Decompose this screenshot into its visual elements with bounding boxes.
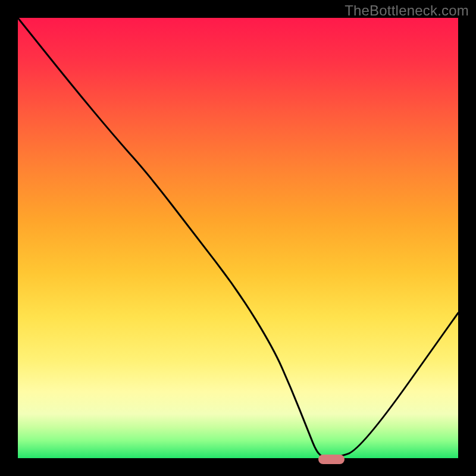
- chart-stage: TheBottleneck.com: [0, 0, 476, 476]
- optimal-point-marker: [318, 455, 345, 464]
- plot-area: [17, 17, 459, 459]
- bottleneck-curve: [18, 18, 458, 458]
- watermark-text: TheBottleneck.com: [345, 2, 469, 19]
